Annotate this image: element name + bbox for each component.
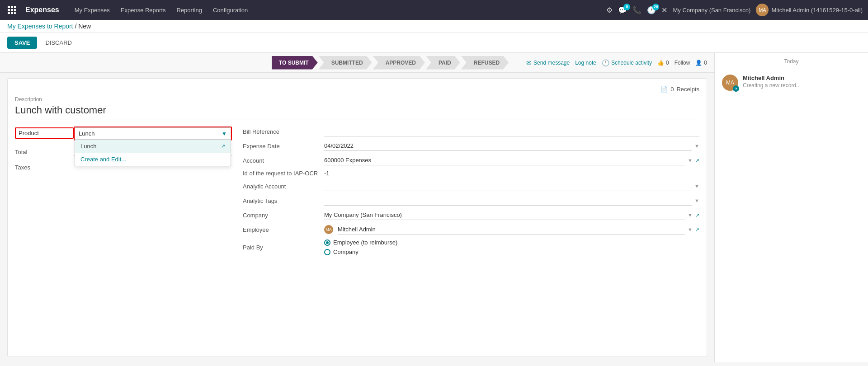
chatter-author-name: Mitchell Admin xyxy=(743,75,861,81)
action-bar: SAVE DISCARD xyxy=(0,33,868,53)
analytic-account-arrow: ▼ xyxy=(694,183,699,189)
subheader: My Expenses to Report / New xyxy=(0,20,868,33)
product-select-value: Lunch xyxy=(79,130,94,137)
dropdown-arrow-icon: ▼ xyxy=(222,131,227,137)
follow-button[interactable]: Follow xyxy=(675,60,690,66)
app-title: Expenses xyxy=(25,6,59,14)
paid-by-company-radio[interactable] xyxy=(324,249,330,255)
expense-date-label: Expense Date xyxy=(243,143,324,150)
status-step-to-submit[interactable]: TO SUBMIT xyxy=(272,56,318,70)
svg-rect-4 xyxy=(11,9,13,11)
messages-badge: 8 xyxy=(623,4,630,10)
paid-by-employee-option[interactable]: Employee (to reimburse) xyxy=(324,239,397,246)
svg-rect-1 xyxy=(11,6,13,8)
menu-configuration[interactable]: Configuration xyxy=(208,5,252,15)
bill-reference-label: Bill Reference xyxy=(243,128,324,135)
phone-icon[interactable]: 📞 xyxy=(632,6,642,14)
settings-icon[interactable]: ⚙ xyxy=(606,6,613,14)
paid-by-radio-group: Employee (to reimburse) Company xyxy=(324,239,397,255)
top-navigation: Expenses My Expenses Expense Reports Rep… xyxy=(0,0,868,20)
analytic-tags-wrap: ▼ xyxy=(324,196,699,206)
bill-reference-input[interactable] xyxy=(324,127,699,136)
chatter-message: MA ✈ Mitchell Admin Creating a new recor… xyxy=(715,70,868,95)
clock-icon[interactable]: 🕐 26 xyxy=(647,6,656,14)
chatter-today-label: Today xyxy=(715,53,868,70)
analytic-account-input[interactable] xyxy=(324,181,692,191)
status-step-paid[interactable]: PAID xyxy=(426,56,460,70)
company-input[interactable]: My Company (San Francisco) xyxy=(324,210,685,220)
user-info: MA Mitchell Admin (14161529-15-0-all) xyxy=(756,4,863,16)
dropdown-option-lunch[interactable]: Lunch ↗ xyxy=(75,140,231,153)
analytic-account-label: Analytic Account xyxy=(243,183,324,190)
product-label: Product xyxy=(15,127,74,139)
iap-ocr-label: Id of the request to IAP-OCR xyxy=(243,170,324,177)
breadcrumb-parent[interactable]: My Expenses to Report xyxy=(7,23,73,30)
top-menu: My Expenses Expense Reports Reporting Co… xyxy=(70,5,252,15)
iap-ocr-group: Id of the request to IAP-OCR -1 xyxy=(243,170,699,177)
employee-external-link-icon[interactable]: ↗ xyxy=(695,227,699,233)
thumbs-icon: 👍 xyxy=(657,60,664,66)
svg-rect-0 xyxy=(8,6,10,8)
apps-menu-button[interactable] xyxy=(5,4,18,16)
likes-button[interactable]: 👍 0 xyxy=(657,60,669,66)
status-step-submitted[interactable]: SUBMITTED xyxy=(319,56,372,70)
expense-date-group: Expense Date 04/02/2022 ▼ xyxy=(243,141,699,151)
analytic-tags-label: Analytic Tags xyxy=(243,197,324,204)
form-content: 📄 0 Receipts Description Lunch with cust… xyxy=(7,78,707,357)
expense-date-wrap: 04/02/2022 ▼ xyxy=(324,141,699,151)
employee-input[interactable]: Mitchell Admin xyxy=(338,225,685,235)
menu-expense-reports[interactable]: Expense Reports xyxy=(116,5,170,15)
company-external-link-icon[interactable]: ↗ xyxy=(695,212,699,218)
discard-button[interactable]: DISCARD xyxy=(41,37,76,49)
paid-by-company-label: Company xyxy=(333,249,359,255)
menu-reporting[interactable]: Reporting xyxy=(172,5,207,15)
log-note-button[interactable]: Log note xyxy=(575,60,596,66)
schedule-activity-button[interactable]: 🕐 Schedule activity xyxy=(602,59,652,66)
account-group: Account 600000 Expenses ▼ ↗ xyxy=(243,155,699,165)
paid-by-company-option[interactable]: Company xyxy=(324,249,397,255)
account-input[interactable]: 600000 Expenses xyxy=(324,155,685,165)
iap-ocr-value: -1 xyxy=(324,170,699,177)
employee-label: Employee xyxy=(243,226,324,233)
analytic-tags-input[interactable] xyxy=(324,196,692,206)
analytic-tags-group: Analytic Tags ▼ xyxy=(243,196,699,206)
chatter-panel: Today MA ✈ Mitchell Admin Creating a new… xyxy=(714,53,868,362)
product-dropdown-menu: Lunch ↗ Create and Edit... xyxy=(75,140,231,166)
analytic-account-wrap: ▼ xyxy=(324,181,699,191)
send-message-button[interactable]: ✉ Send message xyxy=(526,59,570,66)
topnav-icons: ⚙ 💬 8 📞 🕐 26 ✕ My Company (San Francisco… xyxy=(606,4,863,16)
chatter-message-content: Mitchell Admin Creating a new record... xyxy=(743,75,861,89)
total-label: Total xyxy=(15,146,74,155)
company-name: My Company (San Francisco) xyxy=(673,7,750,14)
expense-date-input[interactable]: 04/02/2022 xyxy=(324,141,692,151)
analytic-tags-arrow: ▼ xyxy=(694,198,699,203)
external-link-icon[interactable]: ↗ xyxy=(221,143,225,149)
svg-rect-5 xyxy=(14,9,16,11)
messages-icon[interactable]: 💬 8 xyxy=(618,6,627,14)
status-actions: ✉ Send message Log note 🕐 Schedule activ… xyxy=(517,59,707,66)
menu-my-expenses[interactable]: My Expenses xyxy=(70,5,114,15)
employee-avatar: MA xyxy=(324,225,333,234)
status-step-approved[interactable]: APPROVED xyxy=(373,56,425,70)
status-step-refused[interactable]: REFUSED xyxy=(461,56,509,70)
svg-rect-8 xyxy=(14,12,16,14)
save-button[interactable]: SAVE xyxy=(7,37,37,49)
svg-rect-3 xyxy=(8,9,10,11)
dropdown-create-option[interactable]: Create and Edit... xyxy=(75,153,231,166)
bill-reference-value xyxy=(324,127,699,136)
close-icon[interactable]: ✕ xyxy=(661,6,667,14)
form-right: Bill Reference Expense Date 04/02/2022 ▼ xyxy=(243,127,699,260)
paid-by-employee-label: Employee (to reimburse) xyxy=(333,239,397,246)
product-select[interactable]: Lunch ▼ xyxy=(75,127,231,140)
receipts-button[interactable]: 📄 0 Receipts xyxy=(660,86,699,93)
followers-button[interactable]: 👤 0 xyxy=(695,60,707,66)
account-external-link-icon[interactable]: ↗ xyxy=(695,158,699,164)
user-avatar: MA xyxy=(756,4,769,16)
person-icon: 👤 xyxy=(695,60,702,66)
paid-by-employee-radio[interactable] xyxy=(324,239,330,246)
account-arrow: ▼ xyxy=(688,158,693,163)
bill-reference-group: Bill Reference xyxy=(243,127,699,136)
employee-wrap: MA Mitchell Admin ▼ ↗ xyxy=(324,225,699,235)
company-wrap: My Company (San Francisco) ▼ ↗ xyxy=(324,210,699,220)
description-value[interactable]: Lunch with customer xyxy=(15,104,699,119)
